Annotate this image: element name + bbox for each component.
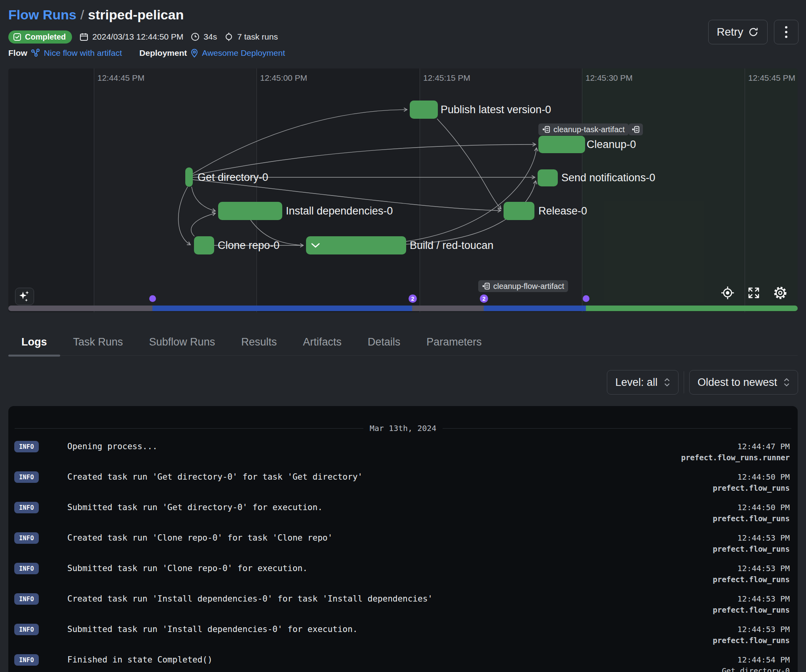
- page-title: striped-pelican: [88, 7, 184, 22]
- status-badge: Completed: [8, 30, 72, 44]
- flow-run-graph[interactable]: 12:44:45 PM 12:45:00 PM 12:45:15 PM 12:4…: [8, 68, 798, 312]
- event-marker[interactable]: [583, 295, 589, 302]
- log-task-source: Get directory-0: [713, 666, 790, 672]
- log-level-badge: INFO: [14, 593, 39, 605]
- timeline-scrubber[interactable]: [8, 306, 798, 311]
- task-node-install-dependencies[interactable]: [218, 202, 282, 220]
- log-message: Opening process...: [67, 441, 681, 452]
- ai-sparkle-button[interactable]: [15, 288, 34, 305]
- log-message: Created task run 'Get directory-0' for t…: [67, 471, 713, 483]
- task-node-label: Install dependencies-0: [286, 204, 393, 218]
- task-node-get-directory[interactable]: [185, 167, 193, 187]
- task-node-release[interactable]: [504, 202, 534, 220]
- artifact-icon: [632, 126, 640, 133]
- artifact-badge-cleanup-task[interactable]: cleanup-task-artifact: [538, 123, 629, 135]
- dependency-edges: [8, 68, 798, 312]
- task-node-label: Get directory-0: [198, 171, 268, 184]
- log-level-badge: INFO: [14, 624, 39, 635]
- event-marker-count[interactable]: 2: [409, 294, 417, 303]
- log-logger: prefect.flow_runs: [713, 574, 790, 585]
- artifact-badge-label: cleanup-flow-artifact: [493, 282, 564, 291]
- subflow-node-build[interactable]: [306, 236, 406, 254]
- scrubber-segment-idle: [8, 306, 152, 311]
- log-row: INFO Opening process... 12:44:47 PM pref…: [8, 441, 798, 471]
- task-node-clone-repo[interactable]: [194, 236, 214, 254]
- artifact-badge-extra[interactable]: [629, 123, 643, 135]
- event-marker[interactable]: [149, 295, 156, 302]
- subflow-node-label: Build / red-toucan: [410, 239, 494, 252]
- log-meta: 12:44:53 PM prefect.flow_runs: [713, 532, 790, 554]
- log-row: INFO Submitted task run 'Install depende…: [8, 624, 798, 654]
- task-node-cleanup[interactable]: [538, 136, 585, 153]
- scrubber-segment-running: [484, 306, 586, 311]
- task-node-label: Publish latest version-0: [441, 103, 551, 116]
- graph-settings-button[interactable]: [772, 284, 789, 302]
- task-run-count: 7 task runs: [224, 32, 278, 42]
- start-time: 2024/03/13 12:44:50 PM: [79, 32, 183, 42]
- task-node-label: Clone repo-0: [218, 239, 279, 252]
- log-row: INFO Created task run 'Install dependenc…: [8, 593, 798, 624]
- log-timestamp: 12:44:53 PM: [713, 624, 790, 635]
- clock-icon: [190, 32, 200, 42]
- scrubber-segment-running: [152, 306, 412, 311]
- artifact-badge-label: cleanup-task-artifact: [553, 125, 625, 134]
- log-logger: prefect.flow_runs: [713, 544, 790, 554]
- chevron-updown-icon: [783, 377, 790, 387]
- log-timestamp: 12:44:50 PM: [713, 471, 790, 483]
- run-meta-row: Completed 2024/03/13 12:44:50 PM 34s 7 t…: [8, 30, 278, 44]
- log-row: INFO Finished in state Completed() 12:44…: [8, 654, 798, 672]
- separator-line: [15, 428, 363, 429]
- deployment-link[interactable]: Awesome Deployment: [202, 48, 285, 58]
- chevron-down-icon[interactable]: [311, 243, 320, 248]
- log-message: Created task run 'Install dependencies-0…: [67, 593, 713, 605]
- logs-panel[interactable]: Mar 13th, 2024 INFO Opening process... 1…: [8, 406, 798, 672]
- flow-label: Flow: [8, 48, 27, 58]
- tab-artifacts[interactable]: Artifacts: [290, 328, 355, 355]
- tab-subflow-runs[interactable]: Subflow Runs: [136, 328, 228, 355]
- task-node-publish-latest-version[interactable]: [410, 101, 438, 119]
- detail-tabs: Logs Task Runs Subflow Runs Results Arti…: [8, 328, 798, 356]
- filter-divider: [684, 371, 684, 393]
- tab-results[interactable]: Results: [228, 328, 290, 355]
- status-label: Completed: [25, 32, 66, 42]
- log-logger: prefect.flow_runs: [713, 483, 790, 494]
- breadcrumb-flow-runs-link[interactable]: Flow Runs: [8, 7, 76, 22]
- sort-order-select[interactable]: Oldest to newest: [689, 370, 798, 395]
- calendar-icon: [79, 32, 89, 42]
- retry-button[interactable]: Retry: [708, 20, 768, 44]
- log-logger: prefect.flow_runs: [713, 635, 790, 646]
- artifact-badge-cleanup-flow[interactable]: cleanup-flow-artifact: [478, 280, 568, 292]
- log-meta: 12:44:54 PM Get directory-0 prefect.task…: [713, 654, 790, 672]
- log-level-badge: INFO: [14, 563, 39, 574]
- log-row: INFO Submitted task run 'Get directory-0…: [8, 502, 798, 532]
- log-message: Finished in state Completed(): [67, 654, 713, 666]
- tab-details[interactable]: Details: [355, 328, 414, 355]
- log-timestamp: 12:44:47 PM: [681, 441, 790, 452]
- recenter-button[interactable]: [719, 284, 736, 302]
- log-message: Submitted task run 'Clone repo-0' for ex…: [67, 563, 713, 574]
- tab-parameters[interactable]: Parameters: [413, 328, 495, 355]
- tab-logs[interactable]: Logs: [8, 328, 60, 355]
- tab-task-runs[interactable]: Task Runs: [60, 328, 136, 355]
- event-marker-count[interactable]: 2: [480, 294, 488, 303]
- more-actions-button[interactable]: [774, 20, 798, 44]
- log-message: Submitted task run 'Get directory-0' for…: [67, 502, 713, 513]
- flow-link[interactable]: Nice flow with artifact: [44, 48, 122, 58]
- log-meta: 12:44:53 PM prefect.flow_runs: [713, 593, 790, 615]
- log-row: INFO Created task run 'Get directory-0' …: [8, 471, 798, 502]
- log-message: Created task run 'Clone repo-0' for task…: [67, 532, 713, 544]
- task-node-label: Send notifications-0: [561, 171, 655, 184]
- duration: 34s: [190, 32, 217, 42]
- task-node-send-notifications[interactable]: [538, 169, 558, 186]
- log-level-badge: INFO: [14, 441, 39, 452]
- retry-refresh-icon: [748, 27, 759, 38]
- deployment-label: Deployment: [139, 48, 187, 58]
- task-run-count-value: 7 task runs: [237, 32, 278, 42]
- level-filter-select[interactable]: Level: all: [607, 370, 679, 395]
- log-level-badge: INFO: [14, 532, 39, 544]
- chevron-updown-icon: [664, 377, 670, 387]
- log-meta: 12:44:50 PM prefect.flow_runs: [713, 502, 790, 524]
- fullscreen-button[interactable]: [745, 284, 762, 302]
- task-node-label: Release-0: [538, 204, 587, 218]
- kebab-menu-icon: [785, 25, 788, 39]
